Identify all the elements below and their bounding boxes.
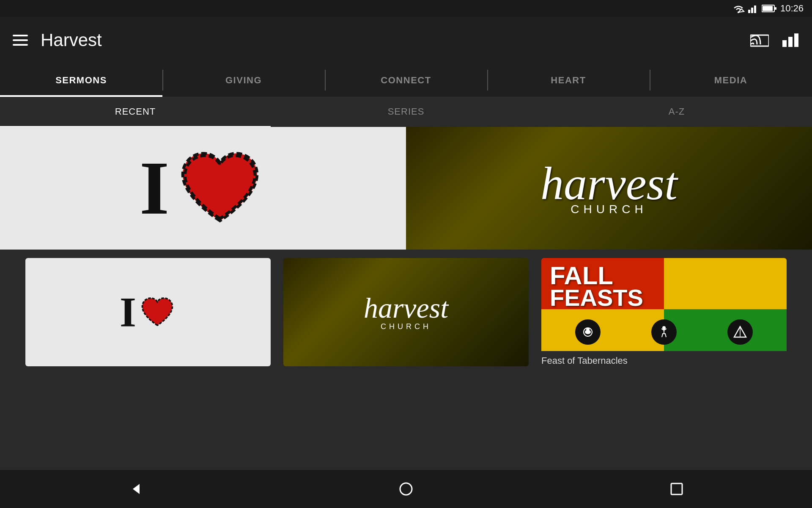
svg-marker-19: [133, 484, 140, 494]
card-label-feasts: Feast of Tabernacles: [541, 351, 787, 366]
love-card-content: I: [140, 146, 266, 231]
grid-card-cana[interactable]: I Cana: [25, 258, 271, 366]
tab-media[interactable]: MEDIA: [650, 63, 812, 97]
card-image-cana: I: [25, 258, 271, 366]
featured-item-harvest[interactable]: harvest CHURCH: [406, 127, 812, 250]
letter-i-small: I: [120, 291, 136, 333]
app-bar: Harvest: [0, 17, 812, 63]
bottom-nav: [0, 470, 812, 508]
subtab-series[interactable]: SERIES: [271, 97, 541, 127]
svg-rect-8: [775, 7, 776, 10]
feasts-icon-2: [651, 319, 677, 345]
recents-icon: [669, 481, 685, 497]
battery-icon: [762, 4, 777, 13]
letter-i: I: [140, 150, 169, 226]
card-image-church: harvest CHURCH: [283, 258, 529, 366]
card-grid: I Cana harvest CHURCH We Are The Church: [0, 250, 812, 375]
app-bar-right: [750, 33, 799, 48]
wifi-icon: [732, 4, 745, 13]
svg-rect-10: [782, 40, 787, 47]
grid-card-church[interactable]: harvest CHURCH We Are The Church: [283, 258, 529, 366]
hamburger-menu[interactable]: [13, 35, 28, 46]
feasts-text: FEASTS: [550, 287, 643, 308]
svg-rect-3: [751, 8, 753, 13]
bar-chart-icon: [782, 33, 799, 48]
chart-button[interactable]: [782, 33, 799, 48]
cast-icon: [750, 33, 769, 48]
harvest-script-text: harvest: [540, 160, 678, 207]
tab-connect[interactable]: CONNECT: [325, 63, 487, 97]
heart-large: [173, 146, 266, 231]
status-time: 10:26: [780, 3, 804, 14]
svg-point-16: [662, 326, 666, 330]
svg-marker-0: [738, 9, 744, 12]
home-icon: [398, 481, 414, 497]
home-button[interactable]: [389, 472, 423, 506]
deer-icon: [656, 324, 672, 340]
recents-button[interactable]: [660, 472, 694, 506]
svg-point-1: [738, 11, 739, 13]
lamb-icon: [580, 324, 595, 340]
cast-button[interactable]: [750, 33, 769, 48]
svg-rect-21: [671, 483, 682, 494]
subtab-az[interactable]: A-Z: [541, 97, 812, 127]
back-button[interactable]: [118, 472, 152, 506]
feasts-icon-3: [727, 319, 753, 345]
heart-small: [138, 295, 176, 329]
harvest-card-content: harvest CHURCH: [540, 160, 678, 216]
status-icons: 10:26: [732, 3, 804, 14]
svg-rect-11: [788, 37, 793, 47]
svg-rect-4: [754, 5, 756, 13]
subtab-recent[interactable]: RECENT: [0, 97, 271, 127]
harvest-small-text: harvest: [364, 294, 448, 322]
svg-rect-2: [748, 10, 750, 13]
nav-tabs: SERMONS GIVING CONNECT HEART MEDIA: [0, 63, 812, 97]
love-small-content: I: [120, 258, 176, 366]
tent-icon: [732, 324, 748, 340]
svg-rect-12: [794, 33, 798, 47]
status-bar: 10:26: [0, 0, 812, 17]
featured-item-love[interactable]: I: [0, 127, 406, 250]
harvest-small-content: harvest CHURCH: [364, 294, 448, 331]
svg-point-15: [586, 328, 590, 331]
back-icon: [127, 481, 144, 497]
svg-rect-7: [763, 6, 773, 11]
tab-heart[interactable]: HEART: [487, 63, 650, 97]
tab-giving[interactable]: GIVING: [162, 63, 325, 97]
signal-icon: [748, 4, 758, 13]
app-title: Harvest: [41, 30, 102, 50]
card-image-feasts: FALL FEASTS: [541, 258, 787, 351]
fall-text: FALL: [550, 264, 613, 287]
grid-card-feasts[interactable]: FALL FEASTS: [541, 258, 787, 366]
feasts-icon-1: [575, 319, 601, 345]
svg-point-20: [400, 483, 412, 495]
sub-tabs: RECENT SERIES A-Z: [0, 97, 812, 127]
featured-banner: I harvest CHURCH: [0, 127, 812, 250]
tab-sermons[interactable]: SERMONS: [0, 63, 162, 97]
app-bar-left: Harvest: [13, 30, 102, 50]
feasts-icons-row: [541, 319, 787, 345]
